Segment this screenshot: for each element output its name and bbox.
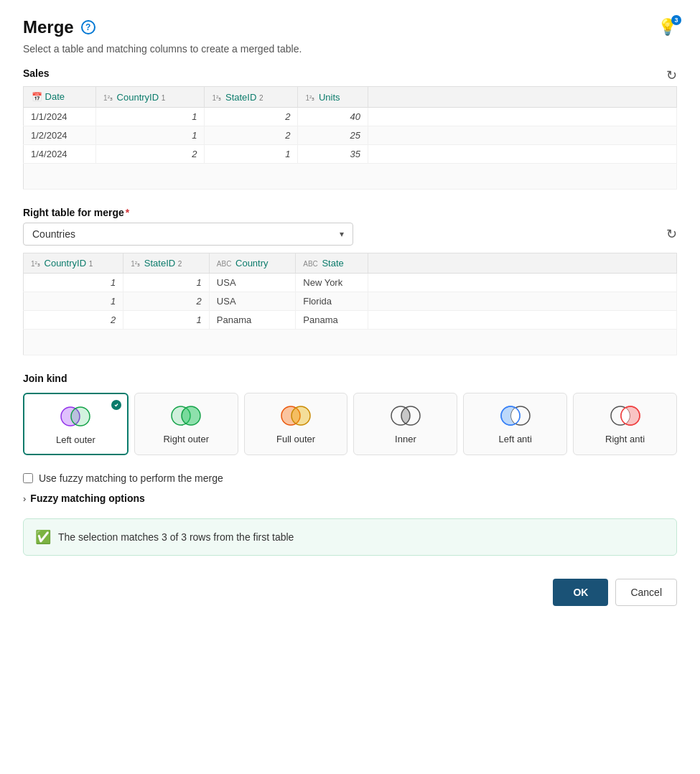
svg-point-2 [71, 407, 90, 426]
title-area: Merge ? [23, 17, 95, 37]
table-row: 1 1 USA New York [24, 274, 677, 292]
right-table-dropdown[interactable]: Countries ▾ [23, 223, 353, 246]
help-icon[interactable]: ? [81, 20, 95, 34]
join-card-label-inner: Inner [395, 434, 416, 444]
inner-venn [388, 404, 424, 428]
table-row: 1/1/2024 1 2 40 [24, 108, 677, 126]
right-anti-venn [607, 404, 643, 428]
dropdown-value: Countries [32, 228, 75, 240]
lightbulb-badge: 3 [671, 15, 681, 25]
join-card-label-left-outer: Left outer [56, 434, 95, 445]
fuzzy-options-label: Fuzzy matching options [30, 493, 144, 504]
join-kind-section: Join kind Left outer Right [23, 373, 677, 455]
refresh-right-table-icon[interactable]: ↻ [666, 226, 677, 242]
right-table-label: Right table for merge* [23, 207, 677, 218]
sales-table-header-row: 📅 Date 1²₃ CountryID 1 1²₃ StateID 2 1²₃… [24, 87, 677, 108]
join-options: Left outer Right outer Full outer [23, 393, 677, 455]
cancel-button[interactable]: Cancel [615, 579, 677, 606]
sales-table: 📅 Date 1²₃ CountryID 1 1²₃ StateID 2 1²₃… [23, 86, 677, 190]
right-col-countryid[interactable]: 1²₃ CountryID 1 [24, 253, 123, 274]
dialog-header: Merge ? 💡 3 [23, 17, 677, 37]
required-star: * [126, 207, 129, 218]
svg-point-4 [182, 406, 200, 425]
left-anti-venn [498, 404, 533, 428]
full-outer-venn [278, 404, 314, 428]
right-col-empty [368, 253, 677, 274]
join-card-full-outer[interactable]: Full outer [244, 393, 348, 455]
sales-label: Sales [23, 67, 50, 79]
join-card-label-right-outer: Right outer [163, 434, 209, 444]
join-card-right-anti[interactable]: Right anti [573, 393, 677, 455]
success-banner: ✅ The selection matches 3 of 3 rows from… [23, 518, 677, 556]
join-card-label-left-anti: Left anti [499, 434, 532, 444]
refresh-sales-icon[interactable]: ↻ [666, 67, 677, 83]
success-message: The selection matches 3 of 3 rows from t… [58, 531, 294, 543]
table-row: 2 1 Panama Panama [24, 311, 677, 330]
join-card-right-outer[interactable]: Right outer [134, 393, 238, 455]
dropdown-wrapper: Countries ▾ ↻ [23, 223, 677, 246]
right-table-header-row: 1²₃ CountryID 1 1²₃ StateID 2 ABC Countr… [24, 253, 677, 274]
sales-table-header: Sales ↻ [23, 67, 677, 83]
join-card-label-right-anti: Right anti [605, 434, 645, 444]
svg-point-6 [291, 406, 310, 425]
sales-col-units[interactable]: 1²₃ Units [298, 87, 368, 108]
sales-col-date[interactable]: 📅 Date [24, 87, 96, 108]
table-row: 1/2/2024 1 2 25 [24, 126, 677, 145]
fuzzy-matching-label[interactable]: Use fuzzy matching to perform the merge [39, 472, 223, 484]
join-card-inner[interactable]: Inner [353, 393, 457, 455]
fuzzy-options-toggle[interactable]: › Fuzzy matching options [23, 493, 677, 504]
sales-col-stateid[interactable]: 1²₃ StateID 2 [205, 87, 298, 108]
join-card-label-full-outer: Full outer [276, 434, 315, 444]
fuzzy-matching-row: Use fuzzy matching to perform the merge [23, 472, 677, 484]
sales-section: Sales ↻ 📅 Date 1²₃ CountryID 1 1²₃ State… [23, 67, 677, 190]
left-outer-venn [57, 404, 93, 429]
table-row: 1/4/2024 2 1 35 [24, 145, 677, 164]
chevron-down-icon: ▾ [340, 229, 344, 239]
table-row-empty [24, 164, 677, 190]
footer-buttons: OK Cancel [23, 579, 677, 606]
right-table: 1²₃ CountryID 1 1²₃ StateID 2 ABC Countr… [23, 253, 677, 355]
join-kind-label: Join kind [23, 373, 677, 384]
join-card-left-anti[interactable]: Left anti [463, 393, 567, 455]
right-col-stateid[interactable]: 1²₃ StateID 2 [123, 253, 210, 274]
selected-check-icon [111, 400, 121, 410]
success-check-icon: ✅ [35, 529, 51, 545]
calendar-icon: 📅 [31, 91, 42, 103]
fuzzy-matching-checkbox[interactable] [23, 473, 33, 483]
table-row: 1 2 USA Florida [24, 292, 677, 311]
subtitle: Select a table and matching columns to c… [23, 43, 677, 55]
right-outer-venn [168, 404, 204, 428]
lightbulb-icon[interactable]: 💡 3 [658, 18, 677, 37]
sales-col-countryid[interactable]: 1²₃ CountryID 1 [96, 87, 205, 108]
right-col-country[interactable]: ABC Country [209, 253, 295, 274]
right-table-section: Right table for merge* Countries ▾ ↻ 1²₃… [23, 207, 677, 355]
join-card-left-outer[interactable]: Left outer [23, 393, 129, 455]
table-row-empty [24, 330, 677, 355]
page-title: Merge [23, 17, 74, 37]
chevron-right-icon: › [23, 493, 26, 504]
sales-col-empty [368, 87, 677, 108]
ok-button[interactable]: OK [553, 579, 608, 606]
right-col-state[interactable]: ABC State [296, 253, 368, 274]
